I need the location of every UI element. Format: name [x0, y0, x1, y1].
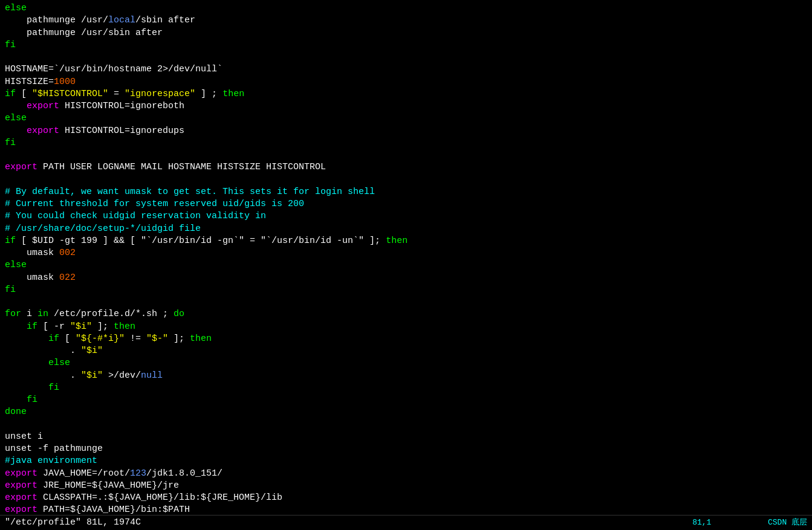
code-line: for i in /etc/profile.d/*.sh ; do	[5, 308, 807, 320]
code-line: export HISTCONTROL=ignoreboth	[5, 100, 807, 112]
code-line: if [ "${-#*i}" != "$-" ]; then	[5, 333, 807, 345]
code-line: umask 002	[5, 247, 807, 259]
code-line: fi	[5, 137, 807, 149]
code-line	[5, 149, 807, 161]
status-right-info: 81,1 CSDN 底层	[692, 517, 807, 528]
code-line: . "$i"	[5, 345, 807, 357]
code-line: if [ "$HISTCONTROL" = "ignorespace" ] ; …	[5, 88, 807, 100]
code-line: # Current threshold for system reserved …	[5, 198, 807, 210]
code-line: else	[5, 112, 807, 124]
code-line: unset -f pathmunge	[5, 443, 807, 455]
code-line: fi	[5, 39, 807, 51]
code-line: HISTSIZE=1000	[5, 76, 807, 88]
code-line: export PATH USER LOGNAME MAIL HOSTNAME H…	[5, 161, 807, 173]
code-line: #java environment	[5, 455, 807, 467]
code-line: unset i	[5, 431, 807, 443]
code-line: # By default, we want umask to get set. …	[5, 186, 807, 198]
code-line: fi	[5, 284, 807, 296]
code-line: export JRE_HOME=${JAVA_HOME}/jre	[5, 480, 807, 492]
code-line: export CLASSPATH=.:${JAVA_HOME}/lib:${JR…	[5, 492, 807, 504]
code-line: if [ -r "$i" ]; then	[5, 321, 807, 333]
code-line: # /usr/share/doc/setup-*/uidgid file	[5, 223, 807, 235]
code-line: umask 022	[5, 272, 807, 284]
code-line: fi	[5, 394, 807, 406]
status-pos: 81,1	[692, 518, 711, 527]
code-line: export HISTCONTROL=ignoredups	[5, 125, 807, 137]
status-watermark: CSDN 底层	[768, 518, 807, 527]
code-line: else	[5, 259, 807, 271]
code-line: else	[5, 357, 807, 369]
statusbar: "/etc/profile" 81L, 1974C 81,1 CSDN 底层	[0, 515, 812, 530]
code-line: done	[5, 406, 807, 418]
code-line: fi	[5, 382, 807, 394]
code-line: pathmunge /usr/local/sbin after	[5, 15, 807, 27]
code-line: . "$i" >/dev/null	[5, 370, 807, 382]
code-line: HOSTNAME=`/usr/bin/hostname 2>/dev/null`	[5, 63, 807, 76]
code-line	[5, 419, 807, 431]
code-line: else	[5, 2, 807, 15]
code-line: # You could check uidgid reservation val…	[5, 210, 807, 222]
status-file-info: "/etc/profile" 81L, 1974C	[5, 517, 141, 529]
code-line: if [ $UID -gt 199 ] && [ "`/usr/bin/id -…	[5, 235, 807, 247]
code-line: export JAVA_HOME=/root/123/jdk1.8.0_151/	[5, 468, 807, 480]
code-line	[5, 174, 807, 186]
editor-area: else pathmunge /usr/local/sbin after pat…	[0, 0, 812, 530]
code-line: pathmunge /usr/sbin after	[5, 27, 807, 39]
code-line	[5, 296, 807, 308]
code-line	[5, 51, 807, 63]
